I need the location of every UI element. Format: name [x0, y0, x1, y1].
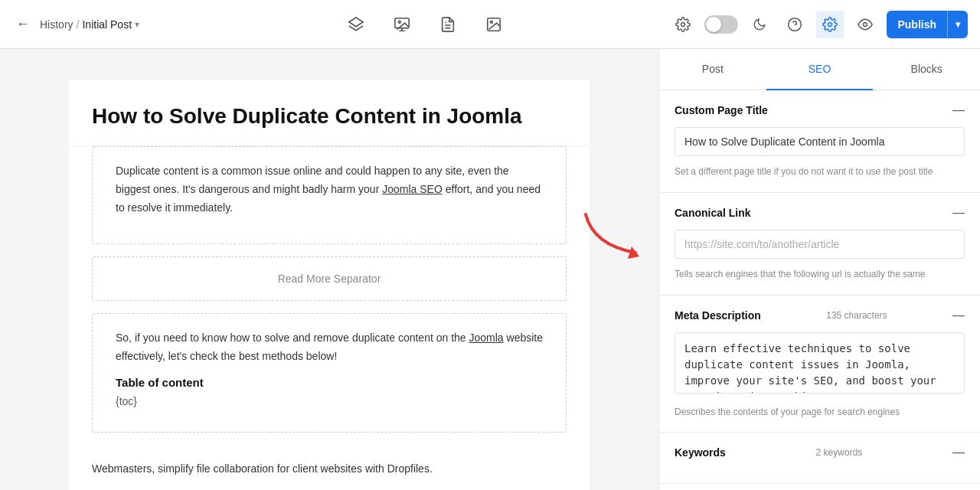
topbar-center [187, 11, 663, 38]
toggle-container [704, 15, 738, 34]
paragraph-3: Webmasters, simplify file collaboration … [92, 460, 567, 479]
topbar: ← History / Initial Post ▾ [0, 0, 980, 49]
svg-point-7 [681, 22, 685, 26]
meta-description-count: 135 characters [826, 310, 887, 321]
section-header-meta: Meta Description 135 characters — [675, 309, 965, 322]
panel-tabs: Post SEO Blocks [659, 49, 980, 90]
tab-seo[interactable]: SEO [766, 49, 874, 90]
bottom-content: Webmasters, simplify file collaboration … [69, 445, 590, 490]
main-layout: How to Solve Duplicate Content in Joomla… [0, 49, 980, 490]
canonical-link-input[interactable] [675, 230, 965, 259]
read-more-text: Read More Separator [116, 273, 543, 285]
topbar-right: Publish ▾ [669, 11, 968, 38]
toc-placeholder: {toc} [116, 395, 543, 407]
body-block: So, if you need to know how to solve and… [92, 313, 567, 433]
paragraph-1: Duplicate content is a common issue onli… [116, 162, 543, 217]
eye-icon[interactable] [851, 11, 879, 38]
topbar-left: ← History / Initial Post ▾ [12, 14, 181, 35]
breadcrumb-history[interactable]: History [40, 18, 74, 31]
svg-point-6 [491, 21, 493, 23]
collapse-keywords-button[interactable]: — [952, 446, 965, 459]
meta-description-hint: Describes the contents of your page for … [675, 406, 965, 419]
breadcrumb-current: Initial Post [82, 18, 132, 31]
meta-description-textarea[interactable]: Learn effective techniques to solve dupl… [675, 332, 965, 394]
custom-page-title-hint: Set a different page title if you do not… [675, 165, 965, 178]
chevron-down-icon[interactable]: ▾ [135, 19, 139, 30]
back-button[interactable]: ← [12, 14, 34, 35]
breadcrumb-separator: / [77, 18, 80, 31]
moon-icon[interactable] [746, 11, 773, 38]
svg-point-8 [789, 18, 802, 31]
publish-label: Publish [887, 18, 947, 31]
read-more-block: Read More Separator [92, 256, 567, 301]
publish-chevron-icon: ▾ [947, 11, 968, 38]
gear-active-icon[interactable] [816, 11, 844, 38]
svg-point-10 [828, 22, 832, 26]
meta-description-section: Meta Description 135 characters — Learn … [659, 296, 980, 433]
gallery-icon[interactable] [388, 11, 416, 38]
read-more-separator: Read More Separator [92, 256, 567, 301]
toc-heading: Table of content [116, 376, 543, 389]
editor-content: How to Solve Duplicate Content in Joomla… [69, 80, 590, 490]
section-header-canonical: Canonical Link — [675, 207, 965, 219]
intro-block: Duplicate content is a common issue onli… [92, 146, 567, 243]
breadcrumb: History / Initial Post ▾ [40, 18, 139, 31]
image-icon[interactable] [480, 11, 508, 38]
editor-area: How to Solve Duplicate Content in Joomla… [0, 49, 658, 490]
publish-button[interactable]: Publish ▾ [887, 11, 968, 38]
svg-rect-1 [395, 18, 409, 28]
paragraph-2: So, if you need to know how to solve and… [116, 329, 543, 366]
custom-page-title-section: Custom Page Title — Set a different page… [659, 90, 980, 193]
svg-point-11 [864, 22, 867, 26]
tab-post[interactable]: Post [659, 49, 766, 90]
collapse-title-button[interactable]: — [952, 104, 965, 116]
tab-blocks[interactable]: Blocks [873, 49, 980, 90]
custom-page-title-input[interactable] [675, 127, 965, 156]
canonical-link-label: Canonical Link [675, 207, 751, 219]
settings-icon[interactable] [669, 11, 697, 38]
keywords-section: Keywords 2 keywords — [659, 433, 980, 484]
document-icon[interactable] [434, 11, 462, 38]
toggle-knob [706, 17, 721, 32]
custom-page-title-label: Custom Page Title [675, 104, 768, 116]
right-panel: Post SEO Blocks Custom Page Title — Set … [658, 49, 980, 490]
svg-marker-0 [349, 17, 363, 26]
layers-icon[interactable] [342, 11, 370, 38]
canonical-link-hint: Tells search engines that the following … [675, 268, 965, 281]
collapse-meta-button[interactable]: — [952, 309, 965, 322]
canonical-link-section: Canonical Link — Tells search engines th… [659, 193, 980, 296]
collapse-canonical-button[interactable]: — [952, 207, 965, 219]
section-header-title: Custom Page Title — [675, 104, 965, 116]
section-header-keywords: Keywords 2 keywords — [675, 446, 965, 459]
article-title[interactable]: How to Solve Duplicate Content in Joomla [69, 80, 590, 146]
svg-point-2 [399, 21, 401, 23]
keywords-count: 2 keywords [816, 447, 863, 458]
toggle-switch[interactable] [704, 15, 738, 34]
keywords-label: Keywords [675, 446, 726, 459]
help-icon[interactable] [781, 11, 808, 38]
meta-description-label: Meta Description [675, 309, 761, 322]
